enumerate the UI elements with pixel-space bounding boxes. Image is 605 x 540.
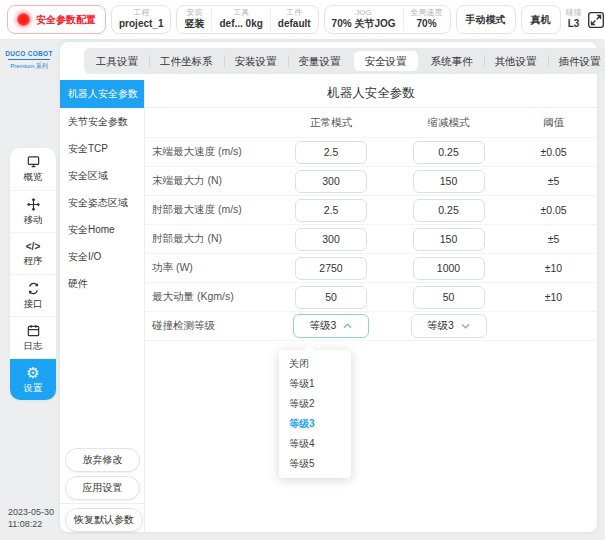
tab-mount-settings[interactable]: 安装设置 [224,48,288,74]
tab-tool-settings[interactable]: 工具设置 [85,48,149,74]
collision-label: 碰撞 [566,8,582,18]
submenu-item-safety-zone[interactable]: 安全区域 [60,162,144,189]
submenu-item-safety-home[interactable]: 安全Home [60,216,144,243]
reduced-value-input[interactable] [413,170,485,193]
collision-level: 碰撞 L3 [566,8,582,30]
submenu-item-robot-safety-params[interactable]: 机器人安全参数 [60,80,144,108]
sidebar-item-overview[interactable]: 概览 [10,148,56,190]
sidebar-item-label: 概览 [24,171,43,184]
tool-section[interactable]: 工具 def... 0kg [211,8,269,30]
settings-card: 工具设置 工件坐标系 安装设置 变量设置 安全设置 系统事件 其他设置 插件设置… [60,42,597,532]
safety-config-status[interactable]: 安全参数配置 [7,5,106,34]
submenu-item-safety-io[interactable]: 安全I/O [60,243,144,270]
tab-safety-settings[interactable]: 安全设置 [354,51,418,71]
normal-value-input[interactable] [295,228,367,251]
real-machine-button[interactable]: 真机 [521,5,561,34]
row-label: 肘部最大速度 (m/s) [145,203,275,217]
sidebar-item-label: 日志 [24,340,43,353]
timestamp-time: 11:08:22 [8,518,54,530]
manual-mode-button[interactable]: 手动模式 [456,5,516,34]
normal-value-input[interactable] [295,286,367,309]
dropdown-option-level2[interactable]: 等级2 [279,394,351,414]
submenu-item-safety-pose-zone[interactable]: 安全姿态区域 [60,189,144,216]
global-speed-value: 70% [417,18,437,31]
status-label: 安全参数配置 [36,13,96,27]
collision-level-normal-select[interactable]: 等级3 [293,314,369,338]
expand-icon[interactable] [587,11,605,29]
collision-level-row: 碰撞检测等级 等级3 等级3 [145,312,597,341]
threshold-value: ±10 [510,262,597,274]
sidebar-item-label: 移动 [24,214,43,227]
column-header-normal: 正常模式 [275,116,387,130]
button-divider [60,503,145,504]
discard-changes-button[interactable]: 放弃修改 [65,448,140,472]
timestamp-date: 2023-05-30 [8,506,54,518]
restore-defaults-button[interactable]: 恢复默认参数 [65,508,143,532]
project-pill[interactable]: 工程 project_1 [111,5,171,34]
select-value: 等级3 [427,319,454,333]
sidebar-item-settings[interactable]: ⚙ 设置 [10,358,56,400]
sidebar-item-move[interactable]: 移动 [10,190,56,232]
dropdown-option-level4[interactable]: 等级4 [279,434,351,454]
tab-plugin-settings[interactable]: 插件设置 [548,48,605,74]
sidebar-nav: 概览 移动 </> 程序 接口 [10,148,56,400]
reduced-value-input[interactable] [413,141,485,164]
threshold-value: ±10 [510,291,597,303]
tab-variable-settings[interactable]: 变量设置 [288,48,352,74]
dropdown-option-level5[interactable]: 等级5 [279,454,351,474]
reduced-value-input[interactable] [413,286,485,309]
sidebar-item-log[interactable]: 日志 [10,316,56,358]
reduced-value-input[interactable] [413,257,485,280]
project-label: 工程 [133,8,149,18]
collision-value: L3 [568,18,580,31]
sidebar-item-program[interactable]: </> 程序 [10,232,56,274]
logo-divider [8,59,50,60]
reduced-value-input[interactable] [413,199,485,222]
tool-value: def... 0kg [219,18,262,31]
workpiece-value: default [278,18,311,31]
mount-label: 安装 [186,8,202,18]
sidebar-item-label: 程序 [24,255,43,268]
dropdown-option-off[interactable]: 关闭 [279,354,351,374]
sidebar-item-interface[interactable]: 接口 [10,274,56,316]
global-speed-section[interactable]: 全局速度 70% [403,8,450,30]
chevron-up-icon [343,323,352,329]
calendar-icon [26,323,41,338]
submenu-item-safety-tcp[interactable]: 安全TCP [60,135,144,162]
code-icon: </> [26,240,40,253]
mount-value: 竖装 [184,18,204,31]
tab-workpiece-frame[interactable]: 工件坐标系 [149,48,224,74]
normal-value-input[interactable] [295,170,367,193]
normal-value-input[interactable] [295,199,367,222]
table-row: 末端最大速度 (m/s) ±0.05 [145,138,597,167]
workpiece-section[interactable]: 工件 default [270,8,318,30]
normal-value-input[interactable] [295,257,367,280]
logo-title: DUCO COBOT [0,50,58,57]
row-label: 末端最大速度 (m/s) [145,145,275,159]
sidebar: DUCO COBOT Premium 系列 概览 移动 </> 程序 [0,40,58,540]
topbar: 安全参数配置 工程 project_1 安装 竖装 工具 def... 0kg … [0,0,605,40]
mount-section[interactable]: 安装 竖装 [177,8,211,30]
submenu-item-hardware[interactable]: 硬件 [60,270,144,297]
collision-level-reduced-select[interactable]: 等级3 [411,314,487,338]
settings-tabbar: 工具设置 工件坐标系 安装设置 变量设置 安全设置 系统事件 其他设置 插件设置 [84,48,605,74]
system-timestamp: 2023-05-30 11:08:22 [8,506,54,530]
row-label: 最大动量 (Kgm/s) [145,290,275,304]
row-label: 碰撞检测等级 [145,319,275,333]
submenu-item-joint-safety-params[interactable]: 关节安全参数 [60,108,144,135]
dropdown-option-level1[interactable]: 等级1 [279,374,351,394]
row-label: 末端最大力 (N) [145,174,275,188]
setup-pill: 安装 竖装 工具 def... 0kg 工件 default [176,5,318,34]
tab-other-settings[interactable]: 其他设置 [484,48,548,74]
table-row: 末端最大力 (N) ±5 [145,167,597,196]
sidebar-item-label: 设置 [24,382,43,395]
status-dot-icon [17,13,30,26]
tab-system-events[interactable]: 系统事件 [420,48,484,74]
normal-value-input[interactable] [295,141,367,164]
row-label: 肘部最大力 (N) [145,232,275,246]
threshold-value: ±0.05 [510,204,597,216]
apply-settings-button[interactable]: 应用设置 [65,476,140,500]
dropdown-option-level3[interactable]: 等级3 [279,414,351,434]
reduced-value-input[interactable] [413,228,485,251]
jog-section[interactable]: JOG 70% 关节JOG [325,8,403,30]
